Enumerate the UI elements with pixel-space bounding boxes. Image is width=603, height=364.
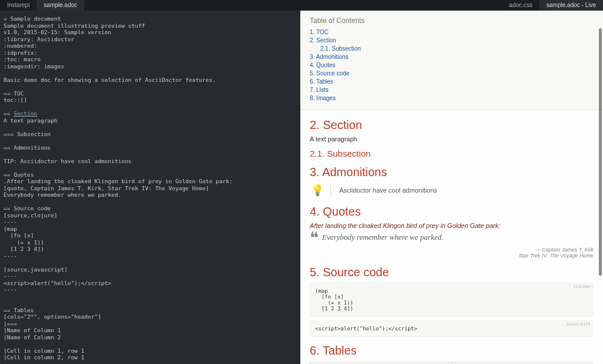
toc-item[interactable]: 2. Section	[310, 37, 594, 45]
heading-source: 5. Source code	[310, 266, 594, 279]
preview-scrollbar[interactable]	[599, 28, 602, 276]
blockquote: ❝ Everybody remember where we parked.	[310, 233, 594, 243]
lightbulb-icon: 💡	[310, 184, 331, 197]
paragraph: A text paragraph	[310, 135, 594, 143]
toc-item[interactable]: 7. Lists	[310, 86, 594, 94]
tab-instarepl[interactable]: Instarepl	[0, 0, 37, 11]
heading-quotes: 4. Quotes	[310, 205, 594, 219]
toc-item[interactable]: 3. Admonitions	[310, 53, 594, 61]
toc-block: Table of Contents 1. TOC 2. Section 2.1.…	[300, 11, 603, 110]
heading-subsection: 2.1. Subsection	[310, 148, 594, 158]
tab-sample-live[interactable]: sample.adoc - Live	[539, 0, 603, 11]
toc-item[interactable]: 4. Quotes	[310, 61, 594, 70]
toc-item[interactable]: 6. Tables	[310, 78, 594, 86]
tab-adoc-css[interactable]: adoc.css	[502, 0, 539, 11]
code-lang-label: javascript	[566, 322, 591, 327]
editor-section-keyword: Section	[14, 110, 37, 117]
preview-pane[interactable]: Table of Contents 1. TOC 2. Section 2.1.…	[300, 11, 603, 364]
heading-section: 2. Section	[310, 118, 594, 132]
toc-item[interactable]: 1. TOC	[310, 28, 594, 37]
heading-tables: 6. Tables	[310, 344, 594, 358]
toc-list: 1. TOC 2. Section 2.1. Subsection 3. Adm…	[310, 28, 594, 102]
code-lang-label: clojure	[573, 284, 591, 289]
toc-item[interactable]: 5. Source code	[310, 70, 594, 78]
toc-title: Table of Contents	[310, 16, 594, 25]
code-block-js: javascript<script>alert("hello");</scrip…	[310, 320, 594, 337]
editor-text-suffix: A text paragraph === Subsection == Admon…	[4, 117, 233, 365]
admonition-tip: 💡 Asciidoctor have cool admonitions	[310, 184, 594, 197]
heading-admonitions: 3. Admonitions	[310, 166, 594, 179]
main-split: = Sample document Sample document illust…	[0, 11, 603, 364]
editor-pane[interactable]: = Sample document Sample document illust…	[0, 11, 300, 364]
toc-item[interactable]: 8. Images	[310, 94, 594, 102]
preview-wrap: Table of Contents 1. TOC 2. Section 2.1.…	[300, 11, 603, 364]
quote-title: After landing the cloaked Klingon bird o…	[310, 222, 594, 229]
quote-text: Everybody remember where we parked.	[322, 233, 443, 243]
editor-text-prefix: = Sample document Sample document illust…	[4, 15, 216, 117]
code-block-clojure: clojure(map (fn [x] (+ x 1)) [1 2 3 4])	[310, 283, 594, 317]
admonition-text: Asciidoctor have cool admonitions	[339, 187, 437, 194]
quote-attribution: — Captain James T. Kirk Star Trek IV: Th…	[310, 247, 594, 259]
left-tabbar: Instarepl sample.adoc adoc.css sample.ad…	[0, 0, 603, 11]
tab-sample-adoc[interactable]: sample.adoc	[37, 0, 84, 11]
quote-mark-icon: ❝	[310, 233, 319, 243]
toc-item[interactable]: 2.1. Subsection	[310, 45, 594, 53]
